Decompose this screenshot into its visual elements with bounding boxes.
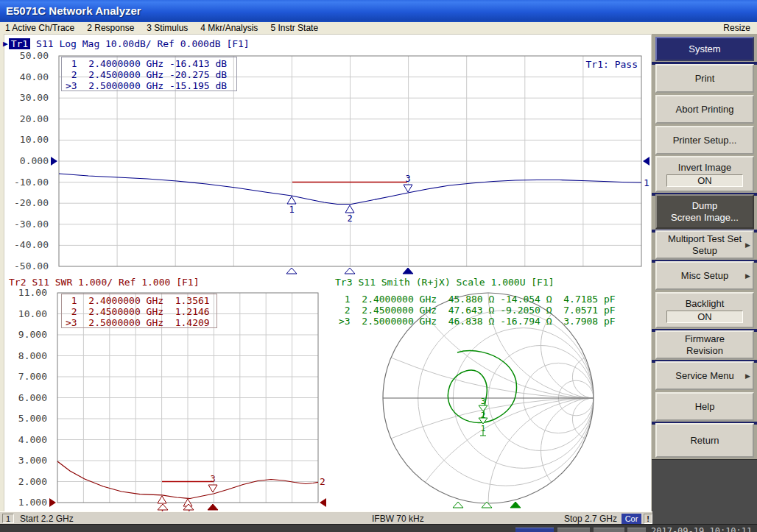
y-axis-tick: -30.00	[12, 219, 49, 230]
softkey-multiport-test-set[interactable]: Multiport Test SetSetup▶	[655, 230, 754, 259]
window-title: E5071C Network Analyzer	[6, 4, 141, 17]
softkey-system[interactable]: System	[655, 37, 754, 61]
softkey-label: Help	[695, 401, 715, 413]
menu-item[interactable]: 5 Instr State	[265, 22, 323, 34]
y-axis-tick: 20.00	[12, 113, 49, 125]
y-axis-tick: 4.000	[9, 434, 47, 446]
softkey-toggle-state: ON	[666, 174, 743, 187]
softkey-label: Backlight	[686, 298, 725, 310]
marker-row: >3 2.5000000 GHz 46.838 Ω -16.794 Ω 3.79…	[339, 316, 625, 327]
y-axis-tick: 10.00	[9, 308, 47, 320]
e5071c-screen: E5071C Network Analyzer 1 Active Ch/Trac…	[0, 0, 757, 532]
svg-text:3: 3	[210, 474, 215, 484]
trace1-marker-table: 1 2.4000000 GHz -16.413 dB 2 2.4500000 G…	[61, 57, 237, 91]
y-axis-tick: 40.00	[12, 71, 49, 83]
softkey-service-menu[interactable]: Service Menu▶	[655, 361, 754, 390]
trace1-header[interactable]: ▶Tr1S11 Log Mag 10.00dB/ Ref 0.000dB [F1…	[3, 38, 250, 49]
marker-row: >3 2.5000000 GHz -15.195 dB	[66, 80, 236, 91]
submenu-arrow-icon: ▶	[745, 370, 750, 382]
marker-row: 1 2.4000000 GHz -16.413 dB	[66, 58, 236, 69]
y-axis-tick: 0.000	[12, 155, 49, 167]
softkey-help[interactable]: Help	[655, 392, 754, 421]
softkey-return[interactable]: Return	[655, 423, 754, 458]
svg-text:3: 3	[405, 174, 410, 184]
marker-row: 2 2.4500000 GHz 47.643 Ω -9.2050 Ω 7.057…	[339, 305, 625, 316]
softkey-label: Dump	[692, 200, 718, 212]
y-axis-tick: -20.00	[12, 197, 49, 209]
svg-text:1: 1	[289, 205, 294, 215]
softkey-printer-setup[interactable]: Printer Setup...	[655, 126, 754, 155]
marker-row: 1 2.4000000 GHz 45.880 Ω -14.054 Ω 4.718…	[339, 294, 625, 305]
clock: 2017-09-19 10:10:11	[651, 526, 752, 532]
taskbar-item-active[interactable]	[515, 528, 554, 532]
taskbar-item[interactable]	[594, 528, 624, 532]
svg-text:2: 2	[347, 213, 352, 224]
menu-resize[interactable]: Resize	[723, 22, 750, 34]
trace2-header[interactable]: Tr2S11 SWR 1.000/ Ref 1.000 [F1]	[9, 277, 199, 288]
menu-item[interactable]: 2 Response	[82, 22, 139, 34]
trace3-header[interactable]: Tr3S11 Smith (R+jX) Scale 1.000U [F1]	[335, 277, 554, 288]
trace1-format: S11 Log Mag 10.00dB/ Ref 0.000dB [F1]	[36, 38, 250, 49]
marker-row: 1 2.4000000 GHz 1.3561	[66, 295, 216, 306]
trace-number-label: 1	[644, 177, 649, 188]
graph-canvas: 12311232321	[0, 34, 651, 511]
menu-item[interactable]: 3 Stimulus	[141, 22, 193, 34]
softkey-label: Misc Setup	[681, 270, 728, 282]
window-titlebar[interactable]: E5071C Network Analyzer	[0, 0, 757, 22]
correction-status-badge: Cor	[622, 514, 641, 524]
y-axis-tick: -40.00	[12, 239, 49, 251]
marker-glyph: 3	[208, 474, 217, 492]
y-axis-tick: -50.00	[12, 260, 49, 272]
ref-level-arrow	[320, 498, 326, 507]
menu-item[interactable]: 4 Mkr/Analysis	[195, 22, 263, 34]
softkey-label: Setup	[692, 245, 717, 257]
marker-glyph: 2	[345, 205, 354, 224]
y-axis-tick: 50.00	[12, 50, 49, 62]
softkey-label: Abort Printing	[676, 104, 734, 116]
softkey-firmware[interactable]: FirmwareRevision	[655, 330, 754, 359]
start-frequency-label: Start 2.2 GHz	[20, 514, 74, 524]
softkey-label: Multiport Test Set	[668, 233, 742, 245]
menu-item[interactable]: 1 Active Ch/Trace	[0, 22, 80, 34]
softkey-label: Printer Setup...	[673, 135, 737, 146]
softkey-misc-setup[interactable]: Misc Setup▶	[655, 261, 754, 290]
softkey-backlight[interactable]: BacklightON	[655, 292, 754, 328]
y-axis-tick: 1.000	[9, 497, 47, 508]
y-axis-tick: 3.000	[9, 455, 47, 467]
alert-badge: !	[644, 514, 652, 524]
softkey-print[interactable]: Print	[655, 64, 754, 93]
stop-frequency-label: Stop 2.7 GHz	[545, 514, 617, 524]
y-axis-tick: 7.000	[9, 371, 47, 383]
y-axis-tick: 11.00	[9, 287, 47, 299]
softkey-empty-area	[652, 459, 757, 524]
marker-row: 2 2.4500000 GHz 1.2146	[66, 306, 216, 317]
softkey-label: Revision	[686, 345, 723, 357]
softkey-label: Screen Image...	[671, 212, 739, 224]
y-axis-tick: 6.000	[9, 392, 47, 404]
trace3-name: Tr3	[335, 277, 352, 288]
softkey-abort-printing[interactable]: Abort Printing	[655, 95, 754, 124]
trace3-format: S11 Smith (R+jX) Scale 1.000U [F1]	[358, 277, 554, 288]
y-axis-tick: 30.00	[12, 92, 49, 104]
taskbar-item[interactable]	[557, 528, 590, 532]
submenu-arrow-icon: ▶	[745, 270, 750, 282]
softkey-dump[interactable]: DumpScreen Image...	[655, 194, 754, 229]
status-bar: 1 Start 2.2 GHz IFBW 70 kHz Stop 2.7 GHz…	[0, 511, 652, 524]
trace-number-label: 2	[320, 476, 325, 487]
taskbar-item[interactable]	[627, 528, 646, 532]
marker-number: 3	[481, 397, 486, 406]
softkey-label: Return	[690, 435, 719, 447]
softkey-invert-image[interactable]: Invert ImageON	[655, 156, 754, 192]
softkey-label: Firmware	[685, 333, 725, 345]
y-axis-tick: 10.00	[12, 134, 49, 146]
marker-row: 2 2.4500000 GHz -20.275 dB	[66, 69, 236, 80]
y-axis-tick: 8.000	[9, 350, 47, 362]
limit-test-result: Tr1: Pass	[515, 59, 638, 70]
menu-items: 1 Active Ch/Trace2 Response3 Stimulus4 M…	[0, 23, 325, 33]
ref-level-arrow	[643, 157, 649, 166]
marker-glyph: 3	[404, 174, 412, 192]
y-axis-tick: 2.000	[9, 476, 47, 488]
active-trace-arrow-icon: ▶	[3, 39, 8, 49]
marker-row: >3 2.5000000 GHz 1.4209	[66, 317, 216, 328]
softkey-menu: SystemPrintAbort PrintingPrinter Setup..…	[651, 34, 757, 524]
